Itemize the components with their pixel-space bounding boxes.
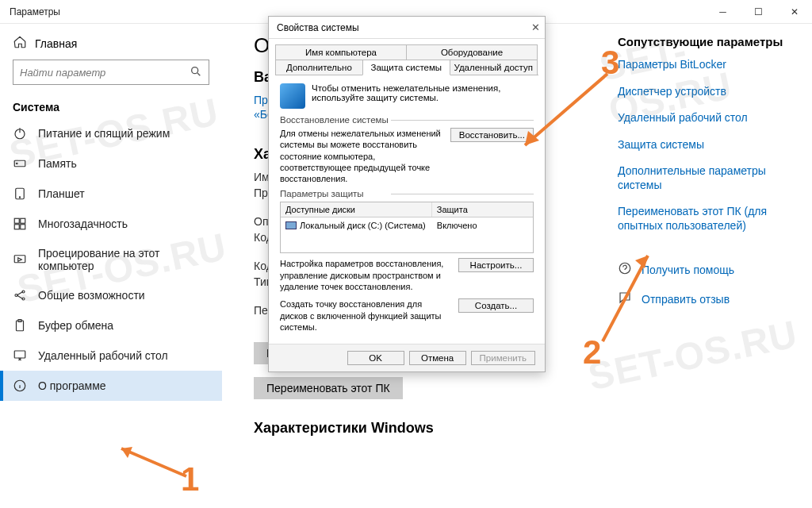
search-input[interactable]: Найти параметр <box>13 60 209 85</box>
create-description: Создать точку восстановления для дисков … <box>280 298 452 333</box>
rename-pc-button[interactable]: Переименовать этот ПК <box>254 377 403 399</box>
configure-description: Настройка параметров восстановления, упр… <box>280 258 452 292</box>
tab-advanced[interactable]: Дополнительно <box>275 60 363 75</box>
sidebar-item-remote[interactable]: Удаленный рабочий стол <box>0 341 222 371</box>
sidebar-item-clipboard[interactable]: Буфер обмена <box>0 310 222 341</box>
svg-rect-9 <box>21 225 25 229</box>
dialog-titlebar: Свойства системы ✕ <box>269 17 545 39</box>
svg-rect-6 <box>14 218 19 223</box>
drive-name: Локальный диск (C:) (Система) <box>300 221 426 230</box>
sidebar-item-label: Удаленный рабочий стол <box>38 349 168 362</box>
sidebar-item-tablet[interactable]: Планшет <box>0 179 222 209</box>
cancel-button[interactable]: Отмена <box>409 351 466 365</box>
restore-description: Для отмены нежелательных изменений систе… <box>280 128 444 184</box>
svg-rect-8 <box>14 225 19 229</box>
info-icon <box>13 379 27 393</box>
svg-line-23 <box>525 74 607 145</box>
minimize-button[interactable]: ─ <box>705 0 741 24</box>
annotation-3: 3 <box>601 44 619 82</box>
dialog-tabs: Имя компьютера Оборудование Дополнительн… <box>275 44 538 75</box>
configure-button[interactable]: Настроить... <box>458 258 534 272</box>
ok-button[interactable]: OK <box>347 351 404 365</box>
multitask-icon <box>13 217 27 231</box>
shield-icon <box>280 83 305 109</box>
dialog-close-button[interactable]: ✕ <box>531 21 540 33</box>
link-advanced-system[interactable]: Дополнительные параметры системы <box>618 164 788 192</box>
sidebar-item-label: Питание и спящий режим <box>38 127 170 140</box>
sidebar-item-multitask[interactable]: Многозадачность <box>0 209 222 239</box>
sidebar-item-shared[interactable]: Общие возможности <box>0 280 222 310</box>
search-placeholder: Найти параметр <box>20 67 190 79</box>
tab-hardware[interactable]: Оборудование <box>406 44 538 60</box>
svg-point-5 <box>19 197 20 198</box>
window-title: Параметры <box>0 6 60 17</box>
sidebar-item-label: Буфер обмена <box>38 319 113 332</box>
svg-point-13 <box>22 298 25 300</box>
sidebar-item-power[interactable]: Питание и спящий режим <box>0 118 222 148</box>
drive-row[interactable]: Локальный диск (C:) (Система) Включено <box>281 217 533 233</box>
drive-protection: Включено <box>432 221 533 230</box>
svg-point-12 <box>22 291 25 293</box>
disk-icon <box>285 221 297 229</box>
drive-list[interactable]: Доступные диски Защита Локальный диск (C… <box>280 202 534 253</box>
link-bitlocker[interactable]: Параметры BitLocker <box>618 58 788 72</box>
related-heading: Сопутствующие параметры <box>618 35 788 48</box>
create-button[interactable]: Создать... <box>458 298 534 313</box>
annotation-1: 1 <box>181 460 199 498</box>
home-link[interactable]: Главная <box>0 30 222 60</box>
svg-point-0 <box>192 67 198 73</box>
storage-icon <box>13 156 27 171</box>
sidebar-item-label: Многозадачность <box>38 217 128 230</box>
annotation-2: 2 <box>583 333 601 371</box>
dialog-title: Свойства системы <box>277 22 359 33</box>
sidebar-item-label: Проецирование на этот компьютер <box>38 247 209 272</box>
sidebar-item-label: Общие возможности <box>38 289 145 302</box>
svg-point-3 <box>17 163 18 164</box>
sidebar-item-label: О программе <box>38 379 106 392</box>
sidebar-item-label: Планшет <box>38 187 85 200</box>
link-device-manager[interactable]: Диспетчер устройств <box>618 85 788 99</box>
col-drives: Доступные диски <box>281 202 432 217</box>
tab-system-protection[interactable]: Защита системы <box>362 60 450 75</box>
sidebar-item-about[interactable]: О программе <box>0 371 222 401</box>
link-remote-desktop[interactable]: Удаленный рабочий стол <box>618 111 788 125</box>
windows-chars-heading: Характеристики Windows <box>254 420 796 437</box>
window-controls: ─ ☐ ✕ <box>705 0 812 24</box>
svg-rect-16 <box>14 351 25 358</box>
remote-icon <box>13 348 27 363</box>
svg-line-21 <box>603 256 648 341</box>
close-button[interactable]: ✕ <box>776 0 812 24</box>
link-system-protection[interactable]: Защита системы <box>618 138 788 152</box>
dialog-intro-text: Чтобы отменить нежелательные изменения, … <box>312 83 534 109</box>
search-icon <box>190 65 202 80</box>
system-properties-dialog: Свойства системы ✕ Имя компьютера Оборуд… <box>268 16 546 372</box>
section-heading: Система <box>0 96 222 118</box>
home-icon <box>13 35 27 52</box>
arrow-2 <box>591 246 662 349</box>
svg-rect-7 <box>21 218 25 223</box>
svg-point-11 <box>15 294 17 297</box>
project-icon <box>13 252 27 267</box>
link-rename-advanced[interactable]: Переименовать этот ПК (для опытных польз… <box>618 205 788 233</box>
shared-icon <box>13 288 27 302</box>
tablet-icon <box>13 187 27 201</box>
group-settings-title: Параметры защиты <box>280 189 534 198</box>
tab-computer-name[interactable]: Имя компьютера <box>275 44 407 60</box>
sidebar: Главная Найти параметр Система Питание и… <box>0 24 222 508</box>
col-protection: Защита <box>432 202 533 217</box>
apply-button[interactable]: Применить <box>471 351 535 365</box>
sidebar-item-storage[interactable]: Память <box>0 148 222 179</box>
sidebar-item-label: Память <box>38 157 77 170</box>
maximize-button[interactable]: ☐ <box>741 0 776 24</box>
group-restore-title: Восстановление системы <box>280 115 534 125</box>
power-icon <box>13 126 27 140</box>
home-label: Главная <box>35 37 77 50</box>
clipboard-icon <box>13 318 27 333</box>
sidebar-item-project[interactable]: Проецирование на этот компьютер <box>0 239 222 280</box>
svg-line-19 <box>121 448 186 476</box>
